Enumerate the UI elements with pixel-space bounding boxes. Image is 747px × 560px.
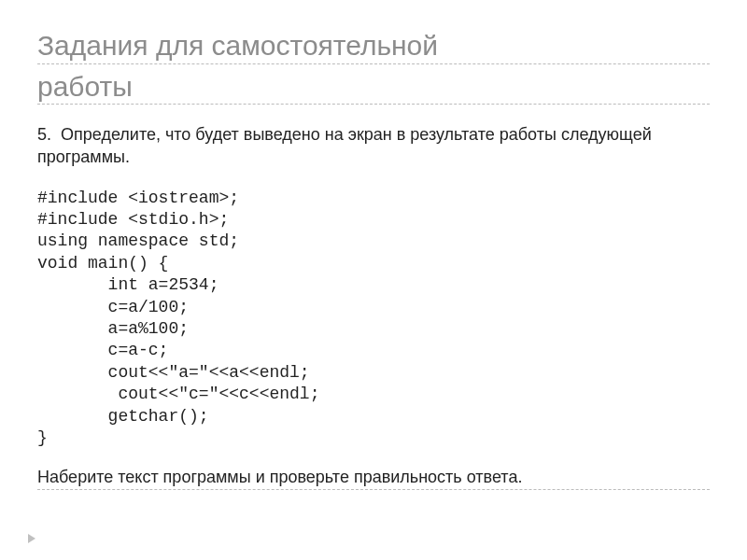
slide-title-line1: Задания для самостоятельной (37, 28, 710, 64)
task-text: Определите, что будет выведено на экран … (37, 125, 652, 166)
slide-title-area: Задания для самостоятельной работы (37, 28, 710, 105)
code-block: #include <iostream>; #include <stdio.h>;… (37, 188, 710, 450)
footer-note: Наберите текст программы и проверьте пра… (37, 468, 710, 490)
task-number: 5. (37, 125, 51, 144)
slide-marker-icon (28, 534, 35, 543)
task-prompt: 5. Определите, что будет выведено на экр… (37, 123, 710, 169)
slide-title-line2: работы (37, 69, 710, 105)
